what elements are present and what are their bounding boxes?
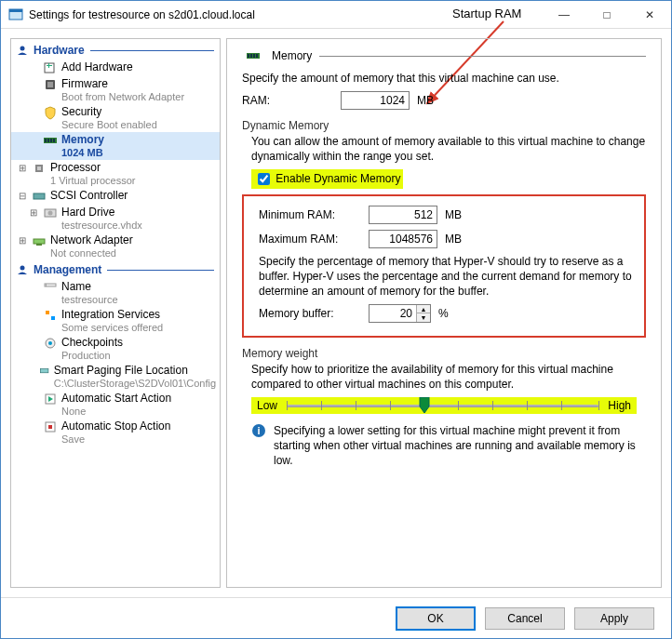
svg-rect-1 [9,9,22,12]
svg-rect-25 [51,316,55,320]
buffer-spin-up[interactable]: ▲ [417,305,430,313]
dynamic-memory-group: Minimum RAM: MB Maximum RAM: MB Specify … [242,194,646,338]
firmware-icon [43,77,58,92]
svg-point-3 [20,47,25,51]
expand-icon[interactable]: ⊞ [17,163,28,173]
svg-rect-8 [47,82,53,87]
buffer-input[interactable] [370,305,416,322]
info-icon: i [251,423,266,438]
info-text: Specifying a lower setting for this virt… [274,423,637,468]
sidebar: Hardware Add Hardware FirmwareBoot from … [10,38,221,588]
sidebar-section-management: Management [11,260,220,279]
ram-label: RAM: [242,94,270,107]
svg-rect-15 [37,166,41,170]
slider-thumb-icon[interactable] [418,397,431,414]
maximize-button[interactable]: □ [585,1,628,29]
ok-button[interactable]: OK [396,606,476,631]
add-hardware-icon [43,60,58,75]
settings-window: Settings for testresource on s2d01.cloud… [0,0,672,639]
panel-intro: Specify the amount of memory that this v… [242,71,646,86]
svg-rect-13 [53,139,55,142]
sidebar-item-memory[interactable]: Memory1024 MB [11,132,220,160]
network-icon [32,233,47,248]
sidebar-item-scsi[interactable]: ⊟ SCSI Controller [11,188,220,205]
min-ram-unit: MB [445,208,462,221]
dynamic-memory-text: You can allow the amount of memory avail… [251,134,646,164]
sidebar-item-auto-stop[interactable]: Automatic Stop ActionSave [11,419,220,446]
memory-weight-slider[interactable] [287,399,598,412]
svg-rect-10 [45,139,47,142]
sidebar-item-processor[interactable]: ⊞ Processor1 Virtual processor [11,160,220,188]
svg-rect-19 [34,239,45,244]
sidebar-management-label: Management [34,263,101,276]
cancel-button[interactable]: Cancel [485,607,565,630]
titlebar: Settings for testresource on s2d01.cloud… [1,1,671,29]
svg-rect-12 [50,139,52,142]
svg-rect-28 [41,369,48,373]
weight-low-label: Low [257,399,277,412]
app-icon [8,7,23,22]
sidebar-item-network[interactable]: ⊞ Network AdapterNot connected [11,233,220,260]
memory-weight-header: Memory weight [242,347,646,360]
shield-icon [43,105,58,120]
ram-input[interactable] [341,91,410,110]
checkpoints-icon [43,336,58,351]
hard-drive-icon [43,206,58,220]
expand-icon[interactable]: ⊞ [28,207,39,218]
svg-rect-20 [36,244,42,246]
enable-dynamic-memory-label: Enable Dynamic Memory [276,172,400,185]
buffer-unit: % [438,307,449,320]
sidebar-item-auto-start[interactable]: Automatic Start ActionNone [11,391,220,419]
svg-rect-31 [48,425,52,429]
panel-title: Memory [272,49,312,62]
svg-rect-36 [256,54,258,58]
user-icon [17,45,28,56]
close-button[interactable]: ✕ [628,1,671,29]
sidebar-item-security[interactable]: SecuritySecure Boot enabled [11,104,220,132]
sidebar-item-checkpoints[interactable]: CheckpointsProduction [11,335,220,363]
sidebar-item-firmware[interactable]: FirmwareBoot from Network Adapter [11,76,220,104]
sidebar-section-hardware: Hardware [11,41,220,60]
svg-rect-33 [248,54,249,58]
buffer-text: Specify the percentage of memory that Hy… [259,254,638,299]
processor-icon [32,161,47,176]
settings-panel: Memory Specify the amount of memory that… [226,38,662,588]
sidebar-hardware-label: Hardware [34,44,85,57]
sidebar-item-integration[interactable]: Integration ServicesSome services offere… [11,307,220,335]
ram-unit: MB [417,94,434,107]
auto-stop-icon [43,419,58,434]
min-ram-input[interactable] [369,206,437,224]
svg-point-18 [48,211,53,216]
sidebar-item-paging[interactable]: Smart Paging File LocationC:\ClusterStor… [11,363,220,391]
buffer-label: Memory buffer: [259,307,361,320]
name-icon: I [43,280,58,295]
sidebar-item-add-hardware[interactable]: Add Hardware [11,60,220,76]
weight-high-label: High [608,399,631,412]
memory-icon [246,48,261,63]
max-ram-label: Maximum RAM: [259,233,361,246]
integration-icon [43,308,58,323]
window-title: Settings for testresource on s2d01.cloud… [29,8,255,21]
dynamic-memory-header: Dynamic Memory [242,119,646,132]
buffer-spin-down[interactable]: ▼ [417,313,430,322]
scsi-icon [32,189,47,204]
apply-button[interactable]: Apply [574,607,654,630]
min-ram-label: Minimum RAM: [259,208,361,221]
callout-label: Startup RAM [452,7,521,20]
svg-point-27 [48,341,52,345]
svg-rect-24 [46,311,49,314]
svg-rect-11 [47,139,49,142]
sidebar-item-hard-drive[interactable]: ⊞ Hard Drivetestresource.vhdx [11,205,220,233]
svg-rect-34 [250,54,252,58]
collapse-icon[interactable]: ⊟ [17,191,28,201]
svg-text:i: i [257,425,260,436]
auto-start-icon [43,392,58,406]
svg-point-21 [20,266,25,271]
max-ram-input[interactable] [369,230,437,248]
memory-icon [43,133,58,148]
memory-weight-text: Specify how to prioritize the availabili… [251,362,646,392]
enable-dynamic-memory-checkbox[interactable] [258,173,270,185]
minimize-button[interactable]: — [543,1,585,29]
expand-icon[interactable]: ⊞ [17,235,28,246]
sidebar-item-name[interactable]: I Nametestresource [11,279,220,307]
